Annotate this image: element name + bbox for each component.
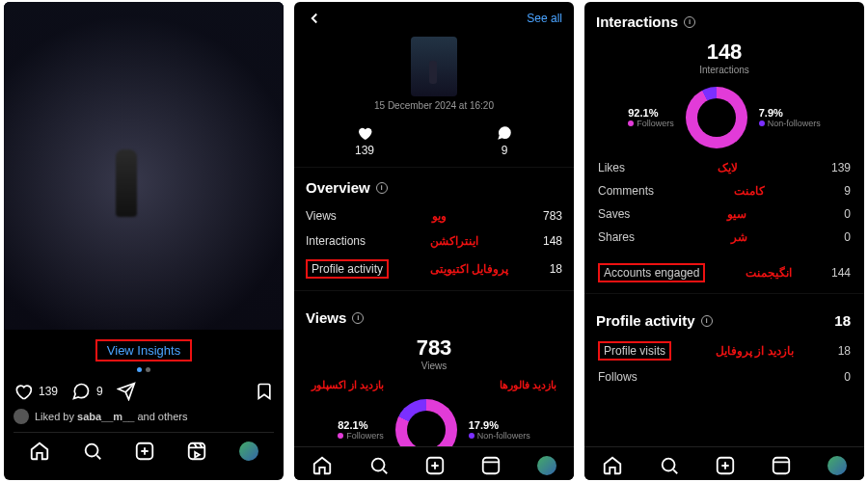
search-icon[interactable]: [82, 441, 103, 462]
row-shares[interactable]: Shares شر 0: [584, 226, 864, 249]
comments-stat[interactable]: 9: [496, 124, 513, 157]
followers-pct: 92.1%: [628, 107, 658, 119]
comment-count: 9: [96, 385, 103, 398]
likes-value: 139: [355, 144, 374, 157]
info-icon[interactable]: i: [701, 315, 713, 327]
annotation: بازدید از پروفایل: [716, 344, 794, 358]
search-icon[interactable]: [368, 455, 390, 476]
nonfollowers-pct: 7.9%: [759, 107, 783, 119]
post-thumbnail[interactable]: [411, 37, 457, 96]
reels-icon[interactable]: [186, 441, 207, 462]
search-icon[interactable]: [659, 455, 680, 476]
home-icon[interactable]: [602, 455, 623, 476]
row-profile-visits[interactable]: Profile visits بازدید از پروفایل 18: [584, 336, 864, 365]
views-sub: Views: [294, 361, 574, 371]
bottom-nav: [584, 446, 864, 480]
create-icon[interactable]: [424, 455, 446, 476]
profile-activity-heading: Profile activity i 18: [584, 301, 864, 336]
row-likes[interactable]: Likes لایک 139: [584, 156, 864, 179]
profile-avatar[interactable]: [537, 456, 556, 475]
view-insights-link[interactable]: View Insights: [95, 339, 192, 362]
interactions-sub: Interactions: [584, 65, 864, 75]
interactions-donut-chart: [686, 87, 747, 148]
svg-rect-8: [773, 458, 790, 474]
heart-icon[interactable]: [14, 382, 33, 401]
likes-stat[interactable]: 139: [355, 124, 374, 157]
bottom-nav: [294, 446, 574, 480]
avatar: [14, 409, 29, 424]
home-icon[interactable]: [312, 455, 333, 476]
profile-avatar[interactable]: [239, 442, 258, 461]
post-timestamp: 15 December 2024 at 16:20: [294, 100, 574, 111]
info-icon[interactable]: i: [684, 16, 695, 28]
bookmark-icon[interactable]: [255, 382, 274, 401]
annotation: ویو: [337, 209, 543, 223]
bottom-nav: [14, 432, 274, 466]
annotation: بازدید از اکسپلور: [312, 379, 384, 391]
create-icon[interactable]: [715, 455, 736, 476]
svg-rect-5: [483, 458, 500, 474]
nonfollowers-pct: 17.9%: [469, 419, 499, 431]
comment-icon[interactable]: [71, 382, 91, 401]
post-footer: View Insights 139 9 Lik: [4, 330, 284, 469]
liked-by-row[interactable]: Liked by saba__m__ and others: [14, 405, 274, 432]
carousel-dots: [14, 365, 274, 378]
svg-point-0: [85, 444, 97, 457]
info-icon[interactable]: i: [352, 312, 364, 324]
legend-bullet: [759, 120, 765, 126]
interactions-total: 148: [584, 40, 864, 65]
overview-row-views[interactable]: Views ویو 783: [294, 203, 574, 228]
legend-bullet: [628, 120, 634, 126]
reels-icon[interactable]: [771, 455, 792, 476]
annotation: پروفایل اکتیویتی: [389, 262, 550, 276]
post-photo[interactable]: [4, 2, 284, 330]
profile-avatar[interactable]: [827, 456, 847, 475]
svg-point-6: [662, 459, 674, 471]
overview-heading: Overview i: [294, 168, 574, 203]
svg-point-3: [371, 459, 384, 471]
followers-pct: 82.1%: [338, 419, 367, 431]
annotation: انگیجمنت: [746, 266, 792, 280]
overview-row-profile-activity[interactable]: Profile activity پروفایل اکتیویتی 18: [294, 254, 574, 284]
panel-insights-overview: See all 15 December 2024 at 16:20 139 9 …: [294, 2, 574, 480]
comment-icon: [496, 124, 513, 142]
views-total: 783: [294, 335, 574, 361]
annotation: لایک: [718, 161, 738, 174]
post-actions: 139 9: [14, 378, 274, 405]
comments-value: 9: [502, 144, 508, 157]
annotation: بازدید فالورها: [500, 379, 556, 391]
interactions-heading: Interactions i: [584, 2, 864, 38]
panel-post-view: View Insights 139 9 Lik: [4, 2, 284, 480]
overview-row-interactions[interactable]: Interactions اینتراکشن 148: [294, 228, 574, 254]
annotation: شر: [731, 230, 747, 244]
back-icon[interactable]: [306, 10, 323, 27]
like-count: 139: [39, 385, 58, 398]
row-follows[interactable]: Follows 0: [584, 365, 864, 388]
carousel-dot[interactable]: [146, 367, 150, 372]
see-all-link[interactable]: See all: [527, 12, 562, 25]
panel-insights-interactions: Interactions i 148 Interactions 92.1% Fo…: [584, 2, 864, 480]
profile-activity-total: 18: [834, 312, 851, 329]
row-comments[interactable]: Comments کامنت 9: [584, 179, 864, 202]
info-icon[interactable]: i: [376, 182, 388, 194]
row-saves[interactable]: Saves سیو 0: [584, 202, 864, 226]
reels-icon[interactable]: [480, 455, 502, 476]
quick-stats: 139 9: [294, 119, 574, 168]
heart-icon: [356, 124, 373, 142]
carousel-dot[interactable]: [137, 367, 142, 372]
interactions-donut-row: 92.1% Followers 7.9% Non-followers: [584, 83, 864, 156]
home-icon[interactable]: [29, 441, 50, 462]
annotation: اینتراکشن: [366, 234, 543, 248]
annotation: کامنت: [734, 184, 765, 198]
views-heading: Views i: [294, 298, 574, 334]
legend-bullet: [338, 433, 343, 439]
annotation: سیو: [727, 207, 746, 221]
liked-by-text: Liked by saba__m__ and others: [35, 411, 187, 422]
row-accounts-engaged[interactable]: Accounts engaged انگیجمنت 144: [584, 258, 864, 287]
share-icon[interactable]: [117, 382, 136, 401]
create-icon[interactable]: [134, 441, 155, 462]
legend-bullet: [469, 433, 475, 439]
